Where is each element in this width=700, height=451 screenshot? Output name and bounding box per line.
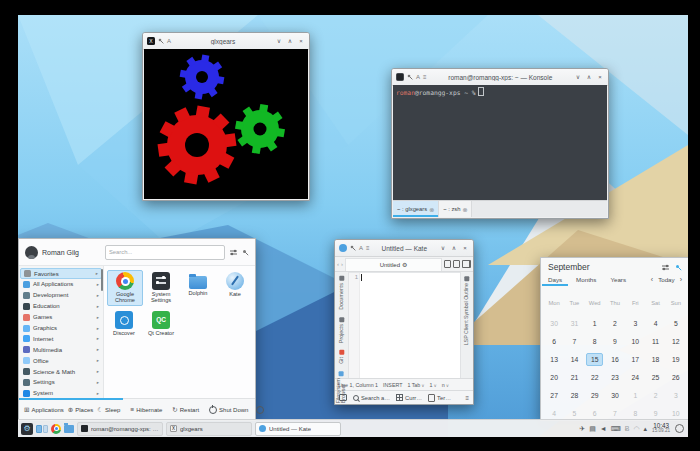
session-button-shut-down[interactable]: Shut Down — [209, 406, 248, 414]
close-button[interactable]: × — [461, 244, 469, 252]
sidebar-button-filesystem-browser[interactable]: Filesystem Browser — [336, 371, 347, 403]
calendar-day[interactable]: 24 — [625, 368, 645, 386]
kate-window[interactable]: A ≡ Untitled — Kate ∨ ∧ × ‹ › Untitled ⚙… — [334, 239, 474, 405]
digital-clock[interactable]: 10:43 15.09.21 — [652, 423, 670, 434]
calendar-day[interactable]: 28 — [564, 386, 584, 404]
calendar-day[interactable]: 31 — [564, 314, 584, 332]
calendar-day[interactable]: 2 — [605, 314, 625, 332]
sidebar-item-development[interactable]: Development▸ — [20, 290, 102, 301]
pin-icon[interactable] — [350, 245, 356, 251]
kate-editor[interactable]: 1 — [349, 272, 460, 378]
calendar-day[interactable]: 2 — [645, 386, 665, 404]
keep-above-icon[interactable]: A — [416, 74, 420, 80]
telegram-icon[interactable]: ✈ — [579, 425, 585, 432]
sidebar-button-documents[interactable]: Documents — [339, 276, 344, 310]
calendar-tab-months[interactable]: Months — [576, 276, 596, 283]
sidebar-item-settings[interactable]: Settings▸ — [20, 377, 102, 388]
app-tile-dolphin[interactable]: Dolphin — [181, 270, 215, 298]
scrollbar-thumb[interactable] — [101, 269, 103, 291]
sidebar-button-git[interactable]: Git — [339, 350, 344, 364]
calendar-tab-years[interactable]: Years — [610, 276, 626, 283]
maximize-button[interactable]: ∧ — [286, 37, 294, 45]
configure-icon[interactable] — [661, 264, 670, 271]
search-input[interactable] — [105, 245, 225, 260]
sidebar-button-projects[interactable]: Projects — [339, 317, 344, 343]
app-tile-qt-creator[interactable]: QCQt Creator — [144, 309, 178, 338]
calendar-day[interactable]: 5 — [666, 314, 686, 332]
sidebar-item-office[interactable]: Office▸ — [20, 355, 102, 366]
calendar-day[interactable]: 20 — [544, 368, 564, 386]
previous-month-icon[interactable]: ‹ — [651, 276, 653, 283]
calendar-day[interactable]: 29 — [585, 386, 605, 404]
session-button-hibernate[interactable]: ≡Hibernate — [130, 406, 162, 413]
calendar-day[interactable]: 1 — [625, 386, 645, 404]
sidebar-item-all-applications[interactable]: All Applications▸ — [20, 279, 102, 290]
tab-next-icon[interactable]: › — [341, 261, 343, 267]
calendar-day[interactable]: 22 — [585, 368, 605, 386]
sidebar-item-internet[interactable]: Internet▸ — [20, 333, 102, 344]
calendar-day[interactable]: 4 — [645, 314, 665, 332]
task-button-glxgears[interactable]: Xglxgears — [166, 422, 252, 436]
terminal-output[interactable]: roman@romangg-xps ~ % — [393, 85, 607, 201]
footer-tab-applications[interactable]: ⊞Applications — [24, 406, 64, 414]
calendar-day[interactable]: 3 — [625, 314, 645, 332]
next-month-icon[interactable]: › — [680, 276, 682, 283]
taskbar-panel[interactable]: ⚙ roman@romangg-xps: ~ — KonsoleXglxgear… — [18, 419, 688, 437]
toolview-button-curr[interactable]: Curr… — [396, 394, 422, 401]
calendar-day[interactable]: 16 — [605, 350, 625, 368]
pin-icon[interactable] — [407, 74, 413, 80]
app-tile-system-settings[interactable]: System Settings — [144, 270, 178, 306]
konsole-titlebar[interactable]: A ≡ roman@romangg-xps: ~ — Konsole ∨ ∧ × — [392, 69, 608, 86]
task-button-untitled-kate[interactable]: Untitled — Kate — [255, 422, 341, 436]
calendar-day[interactable]: 30 — [544, 314, 564, 332]
calendar-day[interactable]: 14 — [564, 350, 584, 368]
text-area[interactable] — [360, 273, 460, 378]
keep-above-icon[interactable]: A — [167, 38, 171, 44]
user-avatar[interactable] — [25, 246, 38, 259]
minimize-button[interactable]: ∨ — [439, 244, 447, 252]
calendar-day[interactable]: 7 — [564, 332, 584, 350]
display-icon[interactable]: ⌨ — [611, 425, 621, 432]
calendar-popup[interactable]: September DaysMonthsYears‹Today› MonTueW… — [540, 257, 688, 421]
show-desktop-button[interactable] — [675, 424, 684, 433]
calendar-day[interactable]: 26 — [666, 368, 686, 386]
calendar-day[interactable]: 10 — [625, 332, 645, 350]
virtual-desktop-pager[interactable] — [36, 425, 48, 433]
application-launcher[interactable]: Roman Gilg Favorites▸All Applications▸De… — [18, 238, 256, 421]
open-document-icon[interactable] — [453, 260, 460, 268]
toolview-button-ter[interactable]: Ter… — [428, 394, 451, 402]
task-button-roman-romangg-xps-konsole[interactable]: roman@romangg-xps: ~ — Konsole — [77, 422, 163, 436]
sidebar-item-science-math[interactable]: Science & Math▸ — [20, 366, 102, 377]
footer-tab-places[interactable]: ⊕Places — [68, 406, 93, 414]
toolview-button-search-a[interactable]: Search a… — [353, 395, 390, 401]
pin-icon[interactable] — [675, 264, 682, 271]
calendar-day-selected[interactable]: 15 — [585, 350, 605, 368]
maximize-button[interactable]: ∧ — [450, 244, 458, 252]
app-tile-kate[interactable]: Kate — [218, 270, 252, 299]
menu-icon[interactable]: ≡ — [423, 74, 427, 80]
wifi-icon[interactable]: ◠ — [633, 425, 639, 432]
sidebar-item-favorites[interactable]: Favorites▸ — [20, 268, 102, 279]
configure-icon[interactable] — [229, 249, 238, 256]
sidebar-item-games[interactable]: Games▸ — [20, 312, 102, 323]
desktop[interactable]: X A glxgears ∨ ∧ × A ≡ roman@romangg-xps… — [18, 15, 688, 437]
konsole-tab-zsh[interactable]: ~ : zsh⊗ — [439, 201, 472, 217]
calendar-day[interactable]: 25 — [645, 368, 665, 386]
calendar-day[interactable]: 17 — [625, 350, 645, 368]
lsp-symbol-outline-button[interactable]: LSP Client Symbol Outline — [464, 276, 469, 345]
glxgears-window[interactable]: X A glxgears ∨ ∧ × — [142, 32, 310, 201]
pin-icon[interactable] — [242, 249, 249, 256]
status-segment[interactable]: 1∨ — [430, 382, 437, 388]
calendar-day[interactable]: 9 — [605, 332, 625, 350]
calendar-day[interactable]: 6 — [544, 332, 564, 350]
kate-titlebar[interactable]: A ≡ Untitled — Kate ∨ ∧ × — [335, 240, 473, 257]
keep-above-icon[interactable]: A — [359, 245, 363, 251]
calendar-day[interactable]: 23 — [605, 368, 625, 386]
tab-close-icon[interactable]: ⊗ — [462, 206, 467, 213]
konsole-window[interactable]: A ≡ roman@romangg-xps: ~ — Konsole ∨ ∧ ×… — [391, 68, 609, 219]
calendar-day[interactable]: 1 — [585, 314, 605, 332]
calendar-day[interactable]: 30 — [605, 386, 625, 404]
toggle-panel-icon[interactable] — [462, 260, 471, 268]
document-tab[interactable]: Untitled ⚙ — [345, 258, 442, 271]
sidebar-item-education[interactable]: Education▸ — [20, 301, 102, 312]
